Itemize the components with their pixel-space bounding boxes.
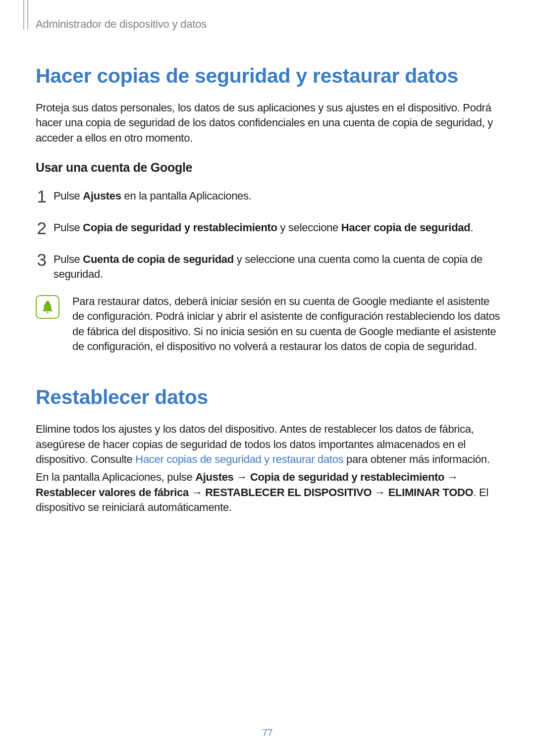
step-3-pre: Pulse (54, 253, 83, 265)
p2-b2: Copia de seguridad y restablecimiento (250, 471, 444, 483)
section-1-intro: Proteja sus datos personales, los datos … (36, 101, 501, 146)
section-2-heading: Restablecer datos (36, 386, 501, 409)
breadcrumb: Administrador de dispositivo y datos (36, 18, 501, 31)
step-2-mid: y seleccione (277, 221, 341, 234)
arrow-1: → (234, 471, 250, 483)
p2-b5: ELIMINAR TODO (388, 486, 474, 499)
arrow-3: → (189, 486, 205, 499)
backup-restore-link[interactable]: Hacer copias de seguridad y restaurar da… (135, 453, 343, 465)
section-1-heading: Hacer copias de seguridad y restaurar da… (36, 64, 501, 88)
document-page: Administrador de dispositivo y datos Hac… (0, 0, 535, 515)
p1-post: para obtener más información. (343, 453, 490, 465)
step-2-pre: Pulse (54, 221, 83, 234)
bell-icon (36, 295, 59, 319)
p2-b4: RESTABLECER EL DISPOSITIVO (205, 486, 372, 499)
step-2-bold-1: Copia de seguridad y restablecimiento (83, 221, 277, 234)
p2-t1: En la pantalla Aplicaciones, pulse (36, 471, 195, 483)
section-2-paragraph-1: Elimine todos los ajustes y los datos de… (36, 422, 501, 467)
note-block: Para restaurar datos, deberá iniciar ses… (36, 294, 501, 354)
step-2-end: . (470, 221, 473, 234)
p2-b1: Ajustes (195, 471, 233, 483)
section-2-paragraph-2: En la pantalla Aplicaciones, pulse Ajust… (36, 470, 501, 515)
step-3: Pulse Cuenta de copia de seguridad y sel… (36, 252, 501, 282)
section-1-subheading: Usar una cuenta de Google (36, 160, 501, 175)
p2-b3: Restablecer valores de fábrica (36, 486, 189, 499)
note-text: Para restaurar datos, deberá iniciar ses… (72, 294, 501, 354)
arrow-4: → (372, 486, 388, 499)
steps-list: Pulse Ajustes en la pantalla Aplicacione… (36, 189, 501, 282)
step-2-bold-2: Hacer copia de seguridad (341, 221, 471, 234)
step-3-bold: Cuenta de copia de seguridad (83, 253, 234, 265)
step-1-bold: Ajustes (83, 190, 121, 202)
page-number: 77 (0, 727, 535, 738)
step-1-text: Pulse (54, 190, 83, 202)
arrow-2: → (444, 471, 458, 483)
step-2: Pulse Copia de seguridad y restablecimie… (36, 220, 501, 240)
step-1-post: en la pantalla Aplicaciones. (121, 190, 252, 202)
step-1: Pulse Ajustes en la pantalla Aplicacione… (36, 189, 501, 208)
